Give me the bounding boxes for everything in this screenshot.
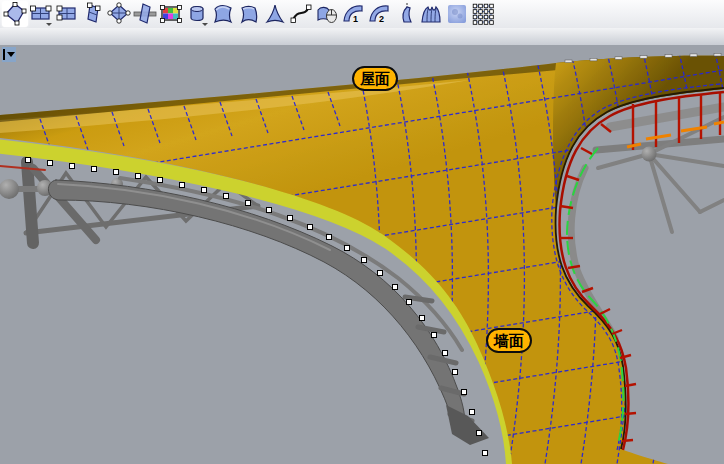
curve-endpoints-icon[interactable] [288,1,314,27]
plane-corners-icon[interactable] [28,1,54,27]
roof-surface-label: 屋面 [352,66,398,91]
svg-text:2: 2 [379,14,384,24]
plane-3point-icon[interactable] [54,1,80,27]
surface-from-points-icon[interactable] [106,1,132,27]
svg-text:1: 1 [353,14,358,24]
viewport-dropdown-bar [3,49,5,60]
chevron-down-icon [7,52,15,57]
sweep-2-rail-icon[interactable]: 2 [366,1,392,27]
extrude-along-curve-icon[interactable] [210,1,236,27]
sweep-1-rail-icon[interactable]: 1 [340,1,366,27]
heightfield-icon[interactable] [444,1,470,27]
vertical-plane-icon[interactable] [80,1,106,27]
extrude-to-point-icon[interactable] [262,1,288,27]
viewport-dropdown-button[interactable] [2,47,16,62]
3d-viewport-canvas[interactable] [0,45,724,464]
application-window: 1 2 [0,0,724,464]
point-grid-icon[interactable] [470,1,496,27]
cutting-plane-icon[interactable] [132,1,158,27]
wall-surface-label: 墙面 [486,328,532,353]
toolbar-lower-strip [0,28,724,45]
extrude-straight-icon[interactable] [184,1,210,27]
extrude-tapered-icon[interactable] [236,1,262,27]
surface-3point-icon[interactable] [2,1,28,27]
revolve-icon[interactable] [392,1,418,27]
drag-surface-icon[interactable] [314,1,340,27]
surface-toolbar: 1 2 [0,0,724,28]
picture-frame-icon[interactable] [158,1,184,27]
rail-revolve-icon[interactable] [418,1,444,27]
